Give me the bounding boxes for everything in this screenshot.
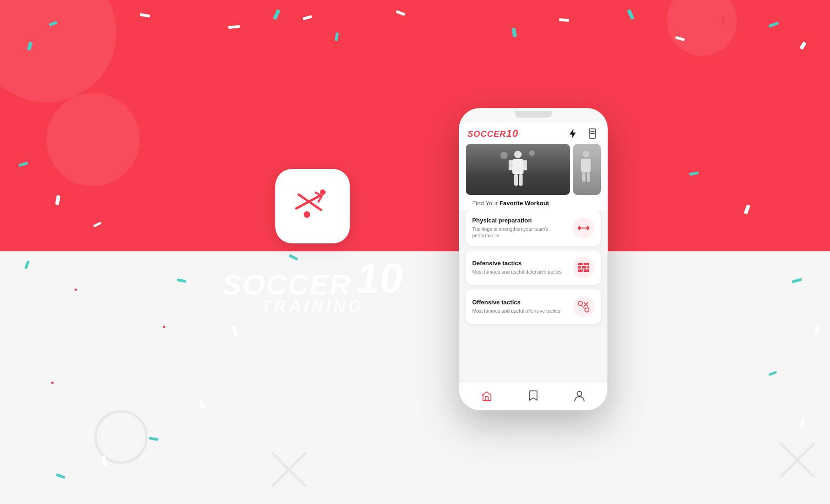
svg-rect-27 <box>579 226 580 230</box>
svg-point-8 <box>320 189 326 195</box>
app-logo-number: 10 <box>506 128 518 139</box>
card-offensive-title: Offensive tactics <box>472 299 568 306</box>
bolt-button[interactable] <box>566 127 579 140</box>
find-workout-section: Find Your Favorite Workout <box>466 195 601 210</box>
app-icon <box>275 169 350 243</box>
hero-main-image <box>466 144 570 195</box>
nav-home[interactable] <box>475 384 498 408</box>
phone-inner: SOCCER10 <box>459 121 607 410</box>
svg-rect-25 <box>581 228 586 228</box>
svg-point-36 <box>578 301 582 305</box>
hero-player-photo <box>466 144 570 195</box>
cards-scroll[interactable]: Physical preparation Trainings to streng… <box>459 210 607 382</box>
card-defensive-text: Defensive tactics Most famous and useful… <box>472 260 568 276</box>
hero-images <box>466 144 601 195</box>
hero-thumbnail <box>573 144 601 195</box>
card-defensive-title: Defensive tactics <box>472 260 568 267</box>
card-defensive-desc: Most famous and useful defensive tactics <box>472 269 568 276</box>
svg-point-42 <box>577 391 582 396</box>
phone-notch <box>515 111 552 118</box>
card-defensive-icon-wrap <box>573 257 594 278</box>
card-physical[interactable]: Physical preparation Trainings to streng… <box>466 210 601 246</box>
hero-thumb-photo <box>573 144 601 195</box>
find-label: Find Your <box>472 200 498 207</box>
svg-rect-34 <box>578 269 583 272</box>
bottom-nav <box>459 382 607 410</box>
brand-number-text: 10 <box>356 257 403 299</box>
svg-rect-41 <box>485 396 488 400</box>
brand-name: Soccer 10 Training <box>222 257 402 316</box>
svg-point-13 <box>529 150 535 156</box>
bookmark-icon <box>528 390 538 402</box>
svg-rect-29 <box>578 263 583 265</box>
shield-wall-icon <box>577 261 590 274</box>
dumbbell-icon <box>578 222 590 234</box>
svg-rect-30 <box>584 263 589 265</box>
card-offensive-icon-wrap <box>573 296 594 317</box>
hero-area: Find Your Favorite Workout <box>459 144 607 210</box>
svg-rect-21 <box>581 159 591 172</box>
phone-mockup: SOCCER10 <box>459 108 608 410</box>
svg-line-40 <box>582 306 585 309</box>
svg-point-12 <box>500 152 508 159</box>
profile-icon <box>574 390 585 402</box>
header-icons <box>566 127 599 140</box>
svg-point-37 <box>585 308 589 312</box>
tactics-icon <box>577 300 591 314</box>
svg-point-14 <box>514 151 522 158</box>
svg-rect-16 <box>514 174 518 186</box>
phone-top-bar <box>459 108 607 121</box>
card-offensive-text: Offensive tactics Most famous and useful… <box>472 299 568 315</box>
app-logo-text: SOCCER10 <box>468 129 519 139</box>
svg-rect-35 <box>584 269 589 272</box>
svg-rect-23 <box>587 172 590 182</box>
svg-point-7 <box>304 211 310 218</box>
book-button[interactable] <box>586 127 599 140</box>
svg-rect-33 <box>587 266 589 269</box>
svg-rect-19 <box>524 160 527 170</box>
nav-bookmark[interactable] <box>522 384 545 408</box>
app-header: SOCCER10 <box>459 121 607 144</box>
svg-point-20 <box>583 151 589 157</box>
brand-training-text: Training <box>261 297 364 316</box>
main-content: Soccer 10 Training SOCCER10 <box>0 0 830 504</box>
svg-rect-28 <box>587 226 588 230</box>
svg-rect-32 <box>582 266 586 269</box>
svg-rect-17 <box>519 174 523 186</box>
svg-rect-15 <box>512 159 524 174</box>
svg-rect-18 <box>509 160 512 170</box>
card-physical-icon-wrap <box>573 217 594 239</box>
card-physical-text: Physical preparation Trainings to streng… <box>472 217 568 239</box>
app-logo: SOCCER10 <box>468 128 519 140</box>
card-offensive-desc: Most famous and useful offensive tactics <box>472 308 568 315</box>
brand-soccer-text: Soccer <box>222 270 351 299</box>
card-defensive[interactable]: Defensive tactics Most famous and useful… <box>466 250 601 285</box>
card-physical-title: Physical preparation <box>472 217 568 224</box>
card-offensive[interactable]: Offensive tactics Most famous and useful… <box>466 289 601 324</box>
home-icon <box>481 390 492 402</box>
nav-profile[interactable] <box>568 384 591 408</box>
favorite-label: Favorite Workout <box>499 200 549 207</box>
svg-rect-31 <box>578 266 581 269</box>
card-physical-desc: Trainings to strengthen your team's perf… <box>472 226 568 239</box>
svg-rect-22 <box>582 172 585 182</box>
left-branding: Soccer 10 Training <box>222 169 402 316</box>
